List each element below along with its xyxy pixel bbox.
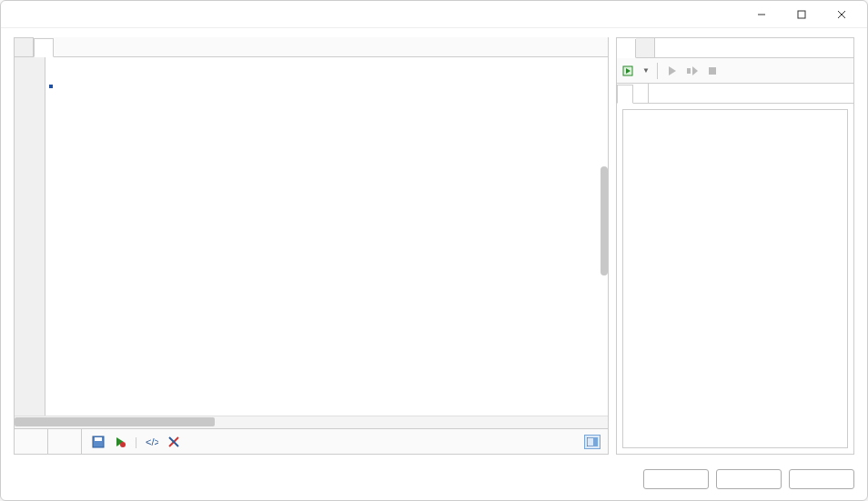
step-icon[interactable] bbox=[685, 64, 700, 78]
maximize-button[interactable] bbox=[782, 2, 822, 27]
ok-button[interactable] bbox=[716, 469, 782, 489]
status-icons: | </> bbox=[82, 435, 190, 449]
tab-vars-text[interactable] bbox=[617, 85, 633, 104]
left-panel: | </> bbox=[14, 37, 609, 455]
tools-icon[interactable] bbox=[167, 435, 181, 449]
tab-debugger[interactable] bbox=[617, 39, 636, 58]
tab-vars-tree[interactable] bbox=[633, 84, 649, 103]
code-editor[interactable] bbox=[15, 57, 608, 416]
dropdown-arrow-icon[interactable]: ▼ bbox=[642, 66, 650, 75]
svg-marker-17 bbox=[692, 66, 698, 75]
code-icon[interactable]: </> bbox=[145, 435, 159, 449]
svg-marker-15 bbox=[669, 66, 676, 75]
line-number-gutter bbox=[15, 57, 45, 416]
window: | </> ▼ bbox=[0, 0, 868, 501]
view-tabs bbox=[15, 37, 608, 57]
cancel-button[interactable] bbox=[789, 469, 854, 489]
svg-rect-1 bbox=[798, 11, 805, 18]
svg-rect-12 bbox=[593, 437, 598, 446]
svg-rect-18 bbox=[709, 67, 716, 75]
svg-point-7 bbox=[120, 442, 126, 447]
variable-tabs bbox=[617, 84, 853, 104]
run-icon[interactable] bbox=[113, 435, 127, 449]
svg-rect-16 bbox=[687, 68, 691, 74]
highlight-box bbox=[49, 85, 53, 88]
separator: | bbox=[135, 436, 137, 448]
start-debug-icon[interactable] bbox=[622, 64, 637, 78]
main-area: | </> ▼ bbox=[14, 37, 854, 455]
tab-tree-view[interactable] bbox=[15, 37, 34, 56]
status-bar: | </> bbox=[15, 428, 608, 454]
scroll-thumb[interactable] bbox=[15, 417, 215, 426]
stop-icon[interactable] bbox=[705, 64, 720, 78]
debugger-body: ▼ bbox=[616, 57, 854, 455]
toolbar-separator bbox=[657, 63, 658, 79]
minimize-button[interactable] bbox=[742, 2, 782, 27]
layout-icon[interactable] bbox=[584, 435, 601, 449]
variables-panel[interactable] bbox=[622, 109, 848, 448]
horizontal-scrollbar[interactable] bbox=[15, 416, 608, 428]
status-line bbox=[15, 429, 48, 454]
content: | </> ▼ bbox=[1, 28, 867, 464]
code-lines[interactable] bbox=[45, 57, 608, 416]
close-button[interactable] bbox=[822, 2, 862, 27]
dialog-buttons bbox=[1, 464, 867, 500]
svg-text:</>: </> bbox=[146, 436, 158, 447]
right-tabs bbox=[616, 37, 854, 57]
titlebar bbox=[1, 1, 867, 28]
apply-button[interactable] bbox=[643, 469, 709, 489]
svg-rect-5 bbox=[95, 437, 102, 441]
tab-explorer[interactable] bbox=[636, 38, 655, 57]
debug-toolbar: ▼ bbox=[617, 58, 853, 84]
tab-text-view[interactable] bbox=[34, 38, 54, 57]
status-col bbox=[48, 429, 82, 454]
right-panel: ▼ bbox=[616, 37, 854, 455]
vertical-scrollbar[interactable] bbox=[601, 166, 608, 276]
save-icon[interactable] bbox=[91, 435, 106, 449]
play-icon[interactable] bbox=[665, 64, 680, 78]
